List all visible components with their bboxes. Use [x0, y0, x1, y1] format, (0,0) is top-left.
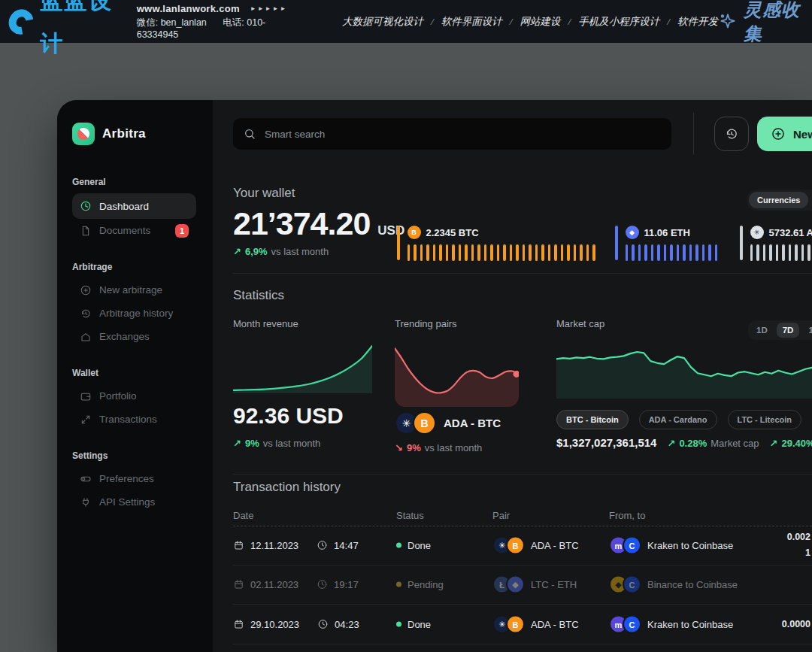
date-value: 02.11.2023	[250, 579, 298, 590]
history-button[interactable]	[714, 117, 749, 151]
sidebar-item-new-arbitrage[interactable]: New arbitrage	[72, 278, 196, 302]
search-icon	[244, 128, 256, 140]
sidebar-section-label: General	[72, 177, 213, 187]
status-dot	[396, 622, 401, 627]
change-suffix: vs last month	[271, 246, 329, 257]
services-nav: 大数据可视化设计/软件界面设计/网站建设/手机及小程序设计/软件开发	[342, 15, 718, 29]
market-cap-value: $1,327,027,361,514	[556, 436, 656, 449]
date-cell: 12.11.202314:47	[233, 540, 359, 551]
change-percent: 9%	[407, 442, 421, 453]
section-divider	[233, 273, 812, 274]
market-cap-range-tabs: 1D7D1M	[748, 320, 812, 340]
amount-cell: 0.0021	[787, 529, 810, 561]
sidebar-item-documents[interactable]: Documents1	[72, 219, 196, 242]
topbar-divider	[693, 113, 694, 155]
holding-divider	[615, 226, 618, 260]
wallet-change: ↗ 6,9% vs last month	[233, 246, 329, 257]
month-revenue-chart	[233, 342, 372, 393]
sparkle-icon	[718, 12, 738, 32]
trend-up-icon: ↗	[233, 246, 241, 257]
wallet-section-title: Your wallet	[233, 186, 295, 201]
history-icon	[80, 308, 92, 320]
change-suffix: vs last month	[263, 438, 321, 449]
collect-label: 灵感收集	[744, 0, 801, 46]
range-tab-1d[interactable]: 1D	[750, 323, 774, 338]
website-url[interactable]: www.lanlanwork.com	[137, 3, 240, 14]
holding-btc: B2.2345 BTC	[397, 226, 611, 262]
service-item[interactable]: 大数据可视化设计	[342, 15, 423, 29]
wallet-tab-currencies[interactable]: Currencies	[749, 192, 808, 208]
volume-change: ↗ 29.40% Volume (24h)	[770, 438, 812, 449]
btc-coin-icon: B	[408, 226, 421, 239]
clock-icon	[317, 579, 328, 590]
service-item[interactable]: 网站建设	[520, 15, 560, 29]
service-item[interactable]: 软件界面设计	[441, 15, 502, 29]
table-row[interactable]: 02.11.202319:17PendingŁ◆LTC - ETH◆CBinan…	[233, 565, 812, 605]
toggle-icon	[80, 473, 92, 485]
search-input[interactable]	[233, 118, 671, 150]
pair-label: ADA - BTC	[444, 417, 501, 429]
route-cell: mCKraken to Coinbase	[609, 615, 733, 634]
sidebar-section-label: Arbitrage	[72, 262, 213, 272]
date-value: 12.11.2023	[250, 540, 298, 551]
coinbase-coin-icon: C	[623, 536, 641, 555]
pair-label: ADA - BTC	[531, 619, 579, 630]
range-tab-7d[interactable]: 7D	[777, 323, 800, 338]
pair-coin-icons: Ł◆	[492, 575, 525, 594]
top-banner: 蓝蓝设计 www.lanlanwork.com ►►►►► 微信: ben_la…	[0, 0, 812, 43]
sidebar-item-label: API Settings	[99, 496, 155, 508]
btc-coin-icon: B	[413, 411, 436, 435]
sidebar-item-portfolio[interactable]: Portfolio	[72, 384, 196, 408]
holding-ada: ✳5732.61 ADA	[740, 226, 812, 262]
status-cell: Done	[396, 540, 431, 551]
sidebar-item-label: New arbitrage	[99, 284, 162, 296]
plus-circle-icon	[771, 126, 786, 141]
sidebar-item-dashboard[interactable]: Dashboard	[72, 193, 196, 219]
sidebar-section-label: Wallet	[72, 368, 213, 378]
services-separator: /	[510, 16, 513, 28]
holding-label: ◆11.06 ETH	[626, 226, 718, 239]
transaction-history-title: Transaction history	[233, 480, 341, 495]
sidebar-item-exchanges[interactable]: Exchanges	[72, 325, 196, 348]
sidebar-section-label: Settings	[72, 450, 213, 461]
sidebar-item-label: Documents	[99, 225, 150, 236]
status-dot	[396, 543, 401, 548]
date-value: 29.10.2023	[250, 619, 299, 630]
section-divider	[233, 474, 812, 475]
holding-amount: 2.2345 BTC	[426, 227, 479, 238]
gauge-icon	[80, 200, 92, 212]
bank-icon	[80, 331, 92, 343]
route-label: Kraken to Coinbase	[647, 540, 733, 551]
sidebar-item-arbitrage-history[interactable]: Arbitrage history	[72, 302, 196, 325]
pair-pill-btc[interactable]: BTC - Bitcoin	[556, 410, 629, 429]
file-icon	[80, 225, 92, 237]
wallet-view-tabs: CurrenciesExchanges	[747, 190, 812, 211]
table-row[interactable]: 12.11.202314:47Done✳BADA - BTCmCKraken t…	[233, 526, 812, 566]
calendar-icon	[233, 540, 244, 551]
amount-line: 0.002	[787, 529, 810, 545]
sidebar-item-api-settings[interactable]: API Settings	[72, 490, 196, 514]
inspiration-collect[interactable]: 灵感收集	[718, 0, 801, 46]
pair-pill-ada[interactable]: ADA - Cardano	[639, 410, 717, 429]
month-revenue-label: Month revenue	[233, 318, 298, 329]
new-arbitrage-button[interactable]: New arbitrage	[757, 117, 812, 151]
pair-pill-ltc[interactable]: LTC - Litecoin	[728, 410, 802, 429]
market-cap-stats: $1,327,027,361,514 ↗ 0.28% Market cap ↗ …	[556, 436, 812, 449]
table-row[interactable]: 29.10.202304:23Done✳BADA - BTCmCKraken t…	[233, 605, 812, 644]
holding-divider	[397, 226, 400, 260]
sidebar-item-transactions[interactable]: Transactions	[72, 408, 196, 431]
status-dot	[396, 582, 401, 587]
range-tab-1m[interactable]: 1M	[802, 323, 812, 338]
ada-light-coin-icon: ✳	[750, 226, 764, 239]
services-separator: /	[431, 16, 434, 28]
trend-up-icon: ↗	[770, 438, 778, 449]
service-item[interactable]: 软件开发	[677, 15, 718, 29]
month-revenue-value: 92.36 USD	[233, 403, 344, 429]
screen: 蓝蓝设计 www.lanlanwork.com ►►►►► 微信: ben_la…	[0, 0, 812, 652]
trending-pair: ✳B ADA - BTC	[395, 411, 501, 435]
sidebar-item-preferences[interactable]: Preferences	[72, 467, 196, 490]
cap-change-label: Market cap	[710, 438, 759, 449]
trending-pairs-label: Trending pairs	[395, 318, 457, 329]
service-item[interactable]: 手机及小程序设计	[578, 15, 659, 29]
market-cap-change: ↗ 0.28% Market cap	[667, 438, 759, 449]
